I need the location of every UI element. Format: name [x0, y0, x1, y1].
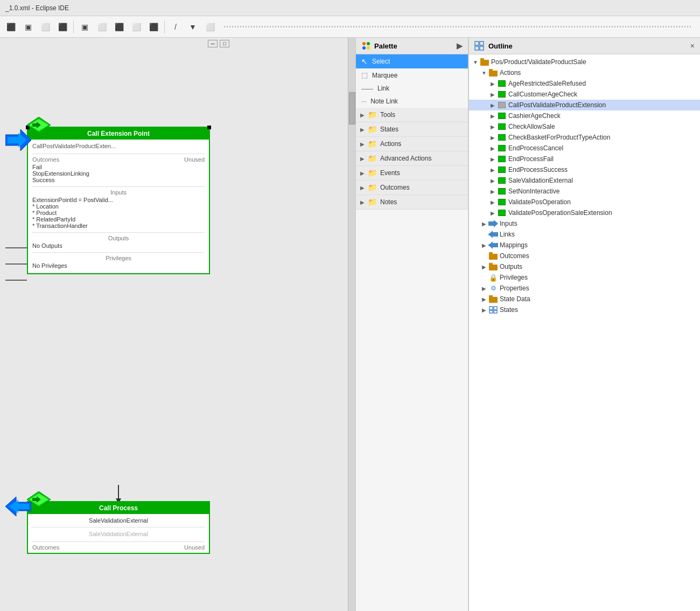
end-fail-expand[interactable]: ▶	[488, 156, 497, 162]
palette-category-events[interactable]: ▶ 📁 Events	[356, 166, 468, 180]
tree-item-call-customer[interactable]: ▶ CallCustomerAgeCheck	[469, 89, 700, 100]
check-basket-icon	[497, 133, 507, 142]
tree-item-outputs[interactable]: ▶ Outputs	[469, 261, 700, 272]
palette-category-advanced-actions[interactable]: ▶ 📁 Advanced Actions	[356, 151, 468, 166]
handle-tr	[207, 126, 211, 129]
toolbar-btn-10[interactable]: /	[168, 19, 183, 34]
toolbar-btn-6[interactable]: ⬜	[94, 19, 109, 34]
validate-pos-expand[interactable]: ▶	[488, 199, 497, 205]
states-folder-icon: 📁	[368, 125, 377, 134]
palette-category-states[interactable]: ▶ 📁 States	[356, 122, 468, 137]
svg-rect-40	[489, 310, 493, 313]
vertical-scrollbar[interactable]	[348, 38, 355, 611]
toolbar-dropdown[interactable]: ▼	[185, 19, 200, 34]
tree-root[interactable]: ▼ Pos/Product/ValidateProductSale	[469, 57, 700, 67]
outcomes-label: Outcomes	[32, 156, 59, 163]
end-cancel-expand[interactable]: ▶	[488, 145, 497, 151]
properties-label: Properties	[500, 284, 529, 292]
validate-pos-icon	[497, 198, 507, 206]
toolbar-btn-8[interactable]: ⬜	[129, 19, 144, 34]
actions-tree-expand[interactable]: ▼	[480, 70, 488, 76]
palette-category-notes[interactable]: ▶ 📁 Notes	[356, 195, 468, 210]
toolbar-btn-5[interactable]: ▣	[77, 19, 92, 34]
tree-item-state-data[interactable]: ▶ State Data	[469, 294, 700, 304]
check-allow-expand[interactable]: ▶	[488, 124, 497, 130]
tree-item-validate-pos[interactable]: ▶ ValidatePosOperation	[469, 197, 700, 207]
toolbar-btn-4[interactable]: ⬛	[55, 19, 70, 34]
tree-item-set-noninteractive[interactable]: ▶ SetNonInteractive	[469, 186, 700, 197]
cashier-age-expand[interactable]: ▶	[488, 113, 497, 119]
toolbar-btn-2[interactable]: ▣	[20, 19, 36, 34]
notes-expand: ▶	[360, 199, 365, 205]
links-icon	[488, 230, 498, 239]
end-cancel-label: EndProcessCancel	[508, 144, 563, 152]
blue-arrow-left-top	[5, 129, 31, 154]
call-process-node[interactable]: Call Process SaleValidationExternal Sale…	[27, 501, 210, 554]
minimize-btn[interactable]: ─	[208, 40, 218, 47]
palette-item-select[interactable]: ↖ Select	[356, 54, 468, 68]
scrollbar-thumb[interactable]	[349, 92, 355, 124]
tree-item-privileges[interactable]: 🔒 Privileges	[469, 272, 700, 283]
state-data-expand[interactable]: ▶	[480, 296, 488, 302]
validate-pos-sale-expand[interactable]: ▶	[488, 210, 497, 216]
end-success-expand[interactable]: ▶	[488, 167, 497, 173]
tree-item-properties[interactable]: ▶ ⚙ Properties	[469, 283, 700, 294]
outputs-expand[interactable]: ▶	[480, 264, 488, 270]
tree-item-call-post-validate[interactable]: ▶ CallPostValidateProductExtension	[469, 100, 700, 110]
title-text: _1.0.xml - Eclipse IDE	[5, 4, 69, 12]
toolbar-btn-9[interactable]: ⬛	[146, 19, 161, 34]
toolbar-btn-7[interactable]: ⬛	[111, 19, 127, 34]
check-basket-expand[interactable]: ▶	[488, 135, 497, 141]
toolbar-save[interactable]: ⬛	[3, 19, 18, 34]
tree-item-end-success[interactable]: ▶ EndProcessSuccess	[469, 164, 700, 175]
palette-item-marquee[interactable]: ⬚ Marquee	[356, 68, 468, 82]
inputs-icon	[488, 219, 498, 228]
sale-validation-expand[interactable]: ▶	[488, 178, 497, 184]
actions-expand: ▶	[360, 141, 365, 147]
set-noninteractive-expand[interactable]: ▶	[488, 189, 497, 195]
properties-expand[interactable]: ▶	[480, 286, 488, 291]
call-post-expand[interactable]: ▶	[488, 102, 497, 108]
states-tree-expand[interactable]: ▶	[480, 307, 488, 313]
palette-category-actions[interactable]: ▶ 📁 Actions	[356, 137, 468, 151]
toolbar-btn-11[interactable]: ⬜	[202, 19, 218, 34]
age-restricted-expand[interactable]: ▶	[488, 81, 497, 87]
tree-item-sale-validation[interactable]: ▶ SaleValidationExternal	[469, 175, 700, 186]
inputs-expand[interactable]: ▶	[480, 221, 488, 227]
tree-item-validate-pos-sale[interactable]: ▶ ValidatePosOperationSaleExtension	[469, 207, 700, 218]
notes-label: Notes	[380, 198, 397, 206]
palette-expand-btn[interactable]: ▶	[457, 41, 463, 50]
svg-point-15	[362, 42, 366, 45]
node-header-extension: Call Extension Point	[28, 128, 209, 140]
canvas-area[interactable]: ─ □	[0, 38, 348, 611]
select-label: Select	[372, 58, 390, 65]
palette-item-link[interactable]: —— Link	[356, 82, 468, 95]
tree-item-cashier-age[interactable]: ▶ CashierAgeCheck	[469, 110, 700, 121]
toolbar-btn-3[interactable]: ⬜	[38, 19, 53, 34]
outline-panel: Outline × ▼ Pos/Product/ValidateProductS…	[468, 38, 700, 611]
tree-item-links[interactable]: Links	[469, 229, 700, 240]
tree-item-states[interactable]: ▶ States	[469, 304, 700, 315]
root-expand[interactable]: ▼	[471, 59, 480, 65]
link-label: Link	[377, 85, 389, 92]
palette-category-tools[interactable]: ▶ 📁 Tools	[356, 108, 468, 122]
tree-item-end-cancel[interactable]: ▶ EndProcessCancel	[469, 143, 700, 154]
mappings-expand[interactable]: ▶	[480, 242, 488, 248]
outline-close-btn[interactable]: ×	[690, 41, 695, 50]
tree-item-mappings[interactable]: ▶ Mappings	[469, 240, 700, 251]
palette-category-outcomes[interactable]: ▶ 📁 Outcomes	[356, 180, 468, 195]
call-extension-point-node[interactable]: Call Extension Point CallPostValidatePro…	[27, 127, 210, 274]
svg-rect-37	[489, 295, 493, 298]
tree-item-check-allow[interactable]: ▶ CheckAllowSale	[469, 121, 700, 132]
call-customer-expand[interactable]: ▶	[488, 92, 497, 98]
tree-item-outcomes[interactable]: Outcomes	[469, 251, 700, 261]
tree-item-end-fail[interactable]: ▶ EndProcessFail	[469, 154, 700, 164]
tree-item-check-basket[interactable]: ▶ CheckBasketForProductTypeAction	[469, 132, 700, 143]
maximize-btn[interactable]: □	[220, 40, 229, 47]
tree-actions[interactable]: ▼ Actions	[469, 67, 700, 78]
root-label: Pos/Product/ValidateProductSale	[491, 58, 586, 66]
palette-item-note-link[interactable]: ··· Note Link	[356, 95, 468, 108]
tree-item-age-restricted[interactable]: ▶ AgeRestrictedSaleRefused	[469, 78, 700, 89]
tree-item-inputs[interactable]: ▶ Inputs	[469, 218, 700, 229]
input-relatedparty: * RelatedPartyId	[32, 216, 205, 223]
